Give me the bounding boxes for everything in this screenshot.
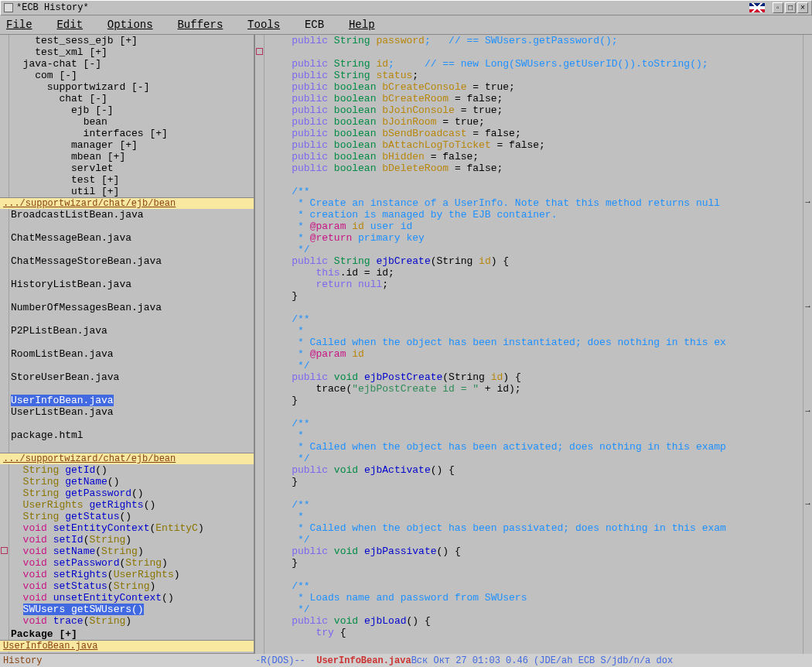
method-item[interactable]: String getName()	[11, 476, 204, 487]
method-item[interactable]: void setRights(UserRights)	[11, 569, 204, 580]
menu-edit[interactable]: Edit	[56, 19, 92, 31]
tree-node[interactable]: test_xml [+]	[11, 46, 168, 58]
flag-icon	[749, 3, 765, 12]
tree-node[interactable]: manager [+]	[11, 139, 168, 151]
tree-node[interactable]: mbean [+]	[11, 151, 168, 162]
tree-node[interactable]: supportwizard [-]	[11, 81, 168, 93]
menu-tools[interactable]: Tools	[247, 19, 289, 31]
file-item[interactable]: BroadcastListBean.java	[11, 209, 162, 221]
menu-help[interactable]: Help	[349, 19, 384, 31]
tree-node[interactable]: test [+]	[11, 174, 168, 186]
method-item[interactable]: void setId(String)	[11, 534, 204, 546]
method-item[interactable]: void setEntityContext(EntityC)	[11, 522, 204, 534]
method-item[interactable]: void setStatus(String)	[11, 580, 204, 592]
menu-options[interactable]: Options	[107, 19, 162, 31]
file-item[interactable]: StoreUserBean.java	[11, 371, 162, 383]
method-item[interactable]: void setName(String)	[11, 546, 204, 557]
tree-node[interactable]: servlet	[11, 162, 168, 174]
titlebar: *ECB History* ▫ □ ×	[0, 0, 812, 15]
main-area: test_sess_ejb [+] test_xml [+] java-chat…	[0, 35, 812, 654]
tree-node[interactable]: ejb [-]	[11, 104, 168, 116]
menu-ecb[interactable]: ECB	[305, 19, 333, 31]
window-title: *ECB History*	[16, 2, 749, 13]
code-fringe	[255, 35, 264, 654]
history-list[interactable]: 321.bbdblinks.txtEmacs-Beginner-HOWTO.sg…	[9, 652, 163, 654]
method-item[interactable]: String getStatus()	[11, 511, 204, 522]
code-pane: public String password; // == SWUsers.ge…	[255, 35, 812, 654]
ecb-left-column: test_sess_ejb [+] test_xml [+] java-chat…	[0, 35, 255, 654]
file-item[interactable]: ChatMessageStoreBean.java	[11, 255, 162, 267]
method-item[interactable]: void unsetEntityContext()	[11, 592, 204, 604]
menubar: File Edit Options Buffers Tools ECB Help	[0, 15, 812, 35]
tree-node[interactable]: util [+]	[11, 186, 168, 197]
package-node[interactable]: Package [+]	[11, 628, 77, 640]
statusbar: History -R(DOS)-- UserInfoBean.java Вск …	[0, 654, 812, 667]
statusbar-mode: -R(DOS)--	[255, 655, 305, 666]
file-item[interactable]: UserInfoBean.java	[11, 395, 114, 406]
file-item[interactable]: package.html	[11, 429, 162, 441]
sources-list[interactable]: BroadcastListBean.javaChatMessageBean.ja…	[9, 209, 163, 453]
menu-file[interactable]: File	[6, 19, 42, 31]
tree-node[interactable]: com [-]	[11, 70, 168, 81]
menu-buffers[interactable]: Buffers	[177, 19, 232, 31]
tree-node[interactable]: java-chat [-]	[11, 58, 168, 70]
ecb-methods-header: .../supportwizard/chat/ejb/bean	[0, 453, 254, 464]
ecb-sources-header: .../supportwizard/chat/ejb/bean	[0, 198, 254, 209]
method-item[interactable]: SWUsers getSWUsers()	[11, 604, 204, 615]
ecb-history-pane: 321.bbdblinks.txtEmacs-Beginner-HOWTO.sg…	[0, 652, 254, 654]
file-item[interactable]: HistoryListBean.java	[11, 279, 162, 290]
code-right-fringe: →→→→	[803, 35, 812, 654]
history-item[interactable]: 3	[11, 652, 162, 654]
ecb-sources-pane: BroadcastListBean.javaChatMessageBean.ja…	[0, 209, 254, 453]
file-item[interactable]: ChatMessageBean.java	[11, 232, 162, 244]
methods-list[interactable]: String getId() String getName() String g…	[9, 464, 206, 628]
close-button[interactable]: ×	[797, 2, 808, 13]
statusbar-info: Вск Окт 27 01:03 0.46 (JDE/ah ECB S/jdb/…	[411, 655, 673, 666]
tree-node[interactable]: test_sess_ejb [+]	[11, 35, 168, 46]
minimize-button[interactable]: ▫	[773, 2, 783, 13]
method-item[interactable]: UserRights getRights()	[11, 499, 204, 511]
ecb-directories-pane: test_sess_ejb [+] test_xml [+] java-chat…	[0, 35, 254, 198]
file-item[interactable]: NumberOfMessagesBean.java	[11, 302, 162, 313]
maximize-button[interactable]: □	[785, 2, 796, 13]
statusbar-left: History	[3, 655, 255, 666]
ecb-history-header: UserInfoBean.java	[0, 641, 254, 652]
method-item[interactable]: void setPassword(String)	[11, 557, 204, 569]
statusbar-filename: UserInfoBean.java	[316, 655, 411, 666]
file-item[interactable]: RoomListBean.java	[11, 348, 162, 360]
method-item[interactable]: String getId()	[11, 464, 204, 476]
ecb-methods-pane: String getId() String getName() String g…	[0, 464, 254, 641]
tree-node[interactable]: interfaces [+]	[11, 128, 168, 139]
window-menu-icon[interactable]	[4, 3, 13, 12]
method-item[interactable]: void trace(String)	[11, 615, 204, 627]
file-item[interactable]: UserListBean.java	[11, 406, 162, 418]
tree-node[interactable]: chat [-]	[11, 93, 168, 104]
method-item[interactable]: String getPassword()	[11, 487, 204, 499]
code-body[interactable]: public String password; // == SWUsers.ge…	[264, 35, 803, 654]
tree-node[interactable]: bean	[11, 116, 168, 128]
fold-marker-icon[interactable]	[256, 48, 263, 55]
file-item[interactable]: P2PListBean.java	[11, 325, 162, 337]
directories-tree[interactable]: test_sess_ejb [+] test_xml [+] java-chat…	[9, 35, 169, 197]
